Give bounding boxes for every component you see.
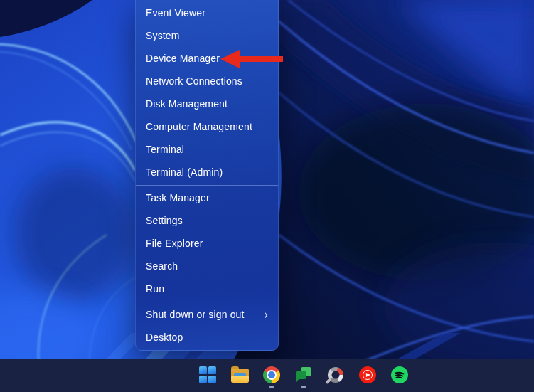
menu-item-file-explorer[interactable]: File Explorer [136,232,278,255]
youtube-music-icon [359,366,376,383]
menu-item-disk-management[interactable]: Disk Management [136,92,278,115]
menu-item-terminal-admin[interactable]: Terminal (Admin) [136,161,278,184]
magnifier-ring-icon [328,367,343,383]
menu-item-run[interactable]: Run [136,277,278,300]
menu-item-label: System [146,30,180,41]
menu-item-label: Settings [146,215,183,226]
taskbar-chrome-button[interactable] [257,361,286,389]
menu-item-label: Terminal (Admin) [146,166,223,178]
menu-item-label: Terminal [146,144,184,155]
taskbar-youtube-music-button[interactable] [353,361,382,389]
winx-context-menu: Event Viewer System Device Manager Netwo… [135,0,279,351]
google-chat-icon [295,366,312,383]
taskbar-start-button[interactable] [193,361,222,389]
menu-item-desktop[interactable]: Desktop [136,326,278,349]
menu-item-label: Computer Management [146,121,252,132]
menu-item-label: Task Manager [146,192,210,203]
menu-separator [136,302,278,302]
menu-item-network-connections[interactable]: Network Connections [136,70,278,92]
menu-item-computer-management[interactable]: Computer Management [136,115,278,138]
menu-item-label: Desktop [146,332,183,343]
start-logo-pane [208,376,216,383]
menu-item-label: File Explorer [146,238,203,249]
start-logo-pane [199,366,207,374]
menu-item-device-manager[interactable]: Device Manager [136,47,278,70]
file-explorer-icon [231,366,249,383]
start-logo-pane [208,366,216,374]
menu-item-shut-down-or-sign-out[interactable]: Shut down or sign out › [136,303,278,326]
taskbar [0,359,534,392]
chat-bubble-front [296,371,306,379]
menu-separator [136,185,278,186]
taskbar-spotify-button[interactable] [385,361,414,389]
menu-item-settings[interactable]: Settings [136,209,278,232]
menu-item-label: Disk Management [146,98,228,110]
menu-item-search[interactable]: Search [136,255,278,277]
menu-item-terminal[interactable]: Terminal [136,138,278,161]
menu-item-label: Search [146,260,178,272]
menu-item-label: Network Connections [146,75,242,87]
menu-item-label: Run [146,283,164,295]
chrome-icon [263,366,280,383]
menu-item-event-viewer[interactable]: Event Viewer [136,1,278,24]
taskbar-magnifier-app-button[interactable] [321,361,350,389]
taskbar-icon-group [193,361,414,389]
start-logo-pane [199,376,207,383]
spotify-icon [391,366,408,383]
windows-start-icon [199,366,216,383]
menu-item-label: Shut down or sign out [146,309,245,320]
submenu-chevron-icon: › [264,308,268,322]
desktop-screen: Event Viewer System Device Manager Netwo… [0,0,534,392]
taskbar-file-explorer-button[interactable] [225,361,254,389]
menu-item-label: Event Viewer [146,7,205,18]
folder-front [231,376,249,383]
menu-item-task-manager[interactable]: Task Manager [136,186,278,209]
menu-item-label: Device Manager [146,53,220,64]
menu-item-system[interactable]: System [136,24,278,47]
taskbar-google-chat-button[interactable] [289,361,318,389]
